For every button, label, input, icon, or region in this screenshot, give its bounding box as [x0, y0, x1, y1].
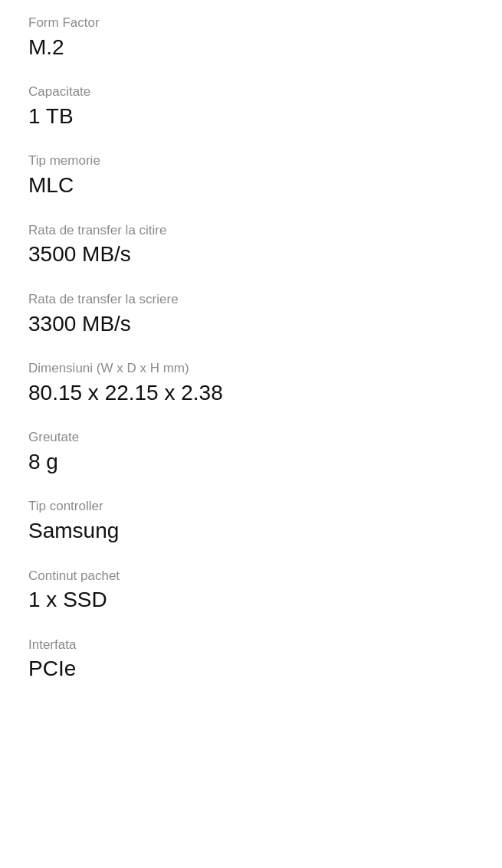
- spec-item-rata-citire: Rata de transfer la citire3500 MB/s: [28, 214, 474, 269]
- spec-item-greutate: Greutate8 g: [28, 421, 474, 476]
- spec-item-tip-controller: Tip controllerSamsung: [28, 490, 474, 545]
- spec-item-tip-memorie: Tip memorieMLC: [28, 144, 474, 199]
- spec-item-rata-scriere: Rata de transfer la scriere3300 MB/s: [28, 283, 474, 338]
- spec-value-interfata: PCIe: [28, 655, 474, 683]
- spec-label-tip-controller: Tip controller: [28, 497, 474, 516]
- spec-value-tip-controller: Samsung: [28, 517, 474, 545]
- spec-label-dimensiuni: Dimensiuni (W x D x H mm): [28, 359, 474, 378]
- spec-label-capacitate: Capacitate: [28, 83, 474, 101]
- spec-item-dimensiuni: Dimensiuni (W x D x H mm)80.15 x 22.15 x…: [28, 352, 474, 407]
- specs-list: Form FactorM.2Capacitate1 TBTip memorieM…: [28, 6, 474, 683]
- spec-label-continut-pachet: Continut pachet: [28, 567, 474, 585]
- spec-value-rata-scriere: 3300 MB/s: [28, 310, 474, 338]
- spec-item-continut-pachet: Continut pachet1 x SSD: [28, 559, 474, 614]
- spec-label-form-factor: Form Factor: [28, 14, 474, 32]
- spec-label-greutate: Greutate: [28, 428, 474, 447]
- spec-item-form-factor: Form FactorM.2: [28, 6, 474, 61]
- spec-label-tip-memorie: Tip memorie: [28, 152, 474, 170]
- spec-value-continut-pachet: 1 x SSD: [28, 586, 474, 614]
- spec-value-rata-citire: 3500 MB/s: [28, 241, 474, 268]
- spec-item-interfata: InterfataPCIe: [28, 628, 474, 683]
- spec-value-greutate: 8 g: [28, 448, 474, 476]
- spec-value-form-factor: M.2: [28, 34, 474, 61]
- spec-label-rata-scriere: Rata de transfer la scriere: [28, 290, 474, 309]
- spec-value-capacitate: 1 TB: [28, 103, 474, 130]
- spec-item-capacitate: Capacitate1 TB: [28, 75, 474, 130]
- spec-label-interfata: Interfata: [28, 636, 474, 654]
- spec-value-tip-memorie: MLC: [28, 172, 474, 199]
- spec-label-rata-citire: Rata de transfer la citire: [28, 221, 474, 240]
- spec-value-dimensiuni: 80.15 x 22.15 x 2.38: [28, 379, 474, 407]
